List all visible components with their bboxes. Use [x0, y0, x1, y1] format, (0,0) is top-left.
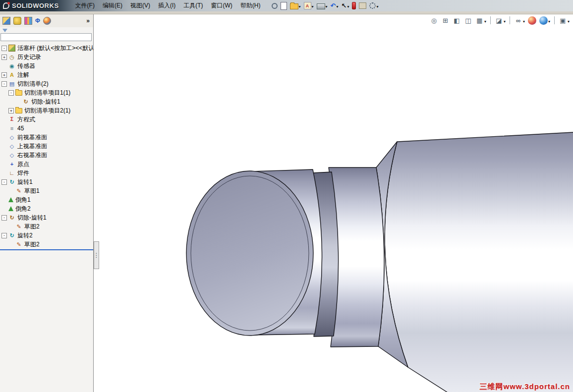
tree-item[interactable]: 草图2: [0, 222, 93, 231]
tree-item[interactable]: -旋转2: [0, 231, 93, 240]
select-button[interactable]: [341, 1, 350, 10]
expander-toggle[interactable]: +: [8, 108, 14, 113]
tab-dimxpert[interactable]: [35, 17, 40, 24]
chamfer-icon: [8, 206, 13, 211]
apply-scene-button[interactable]: [539, 15, 551, 25]
tree-item[interactable]: 方程式: [0, 115, 93, 124]
weldment-icon: [8, 169, 15, 176]
tree-item[interactable]: -活塞杆 (默认<按加工><<默认: [0, 44, 93, 53]
new-document-icon: [281, 2, 287, 10]
expander-toggle[interactable]: -: [1, 81, 7, 87]
tree-item-label: 45: [17, 125, 24, 132]
tab-configurationmanager[interactable]: [24, 17, 32, 25]
open-button[interactable]: [289, 1, 301, 10]
menu-item[interactable]: 编辑(E): [99, 0, 126, 11]
expander-toggle[interactable]: -: [1, 233, 7, 238]
zoom-fit-button[interactable]: [429, 16, 439, 25]
tree-item[interactable]: 切除-旋转1: [0, 97, 93, 106]
view-settings-button[interactable]: [558, 15, 570, 25]
hide-show-items-button[interactable]: [514, 15, 525, 25]
menu-item[interactable]: 视图(V): [127, 0, 154, 11]
feature-tree: -活塞杆 (默认<按加工><<默认+历史记录传感器+注解-切割清单(2)-切割清…: [0, 44, 93, 249]
print-button[interactable]: [316, 1, 328, 10]
plane-icon: [8, 143, 15, 150]
propertymanager-tab-icon: [13, 17, 21, 25]
tree-item[interactable]: -切割清单项目1(1): [0, 88, 93, 97]
edit-appearance-button[interactable]: [527, 16, 537, 25]
folder-icon: [15, 90, 22, 96]
tab-propertymanager[interactable]: [13, 17, 21, 25]
view-orientation-button[interactable]: [463, 16, 473, 25]
options-gear-button[interactable]: [369, 2, 379, 10]
tree-item[interactable]: 倒角1: [0, 195, 93, 204]
tree-item[interactable]: 原点: [0, 160, 93, 168]
tab-displaymanager[interactable]: [43, 17, 51, 25]
tree-item[interactable]: 上视基准面: [0, 142, 93, 151]
menu-item[interactable]: 工具(T): [180, 0, 206, 11]
expander-toggle[interactable]: +: [1, 72, 7, 78]
chevron-down-icon: [312, 2, 314, 9]
pin-icon: [272, 3, 278, 9]
tree-item[interactable]: 右视基准面: [0, 151, 93, 160]
chevron-down-icon: [299, 2, 301, 9]
annotations-icon: [8, 71, 15, 78]
tree-item[interactable]: 草图1: [0, 186, 93, 195]
standard-views-button[interactable]: [475, 15, 487, 25]
menu-item[interactable]: 帮助(H): [237, 0, 264, 11]
undo-button[interactable]: [330, 1, 339, 10]
tree-item[interactable]: 草图2: [0, 240, 93, 249]
chevron-down-icon: [326, 2, 328, 9]
tab-featuremanager[interactable]: [2, 17, 10, 25]
tree-item[interactable]: 45: [0, 124, 93, 133]
tree-item[interactable]: 前视基准面: [0, 133, 93, 142]
zoom-fit-icon: [430, 16, 438, 25]
tree-item[interactable]: -切除-旋转1: [0, 213, 93, 222]
zoom-area-button[interactable]: [441, 16, 450, 25]
expander-toggle[interactable]: -: [1, 215, 7, 221]
tree-item-label: 右视基准面: [17, 151, 47, 160]
tree-item[interactable]: -旋转1: [0, 177, 93, 186]
tree-item[interactable]: 倒角2: [0, 204, 93, 213]
new-document-button[interactable]: [280, 1, 287, 10]
panel-splitter[interactable]: [94, 241, 99, 269]
tree-item[interactable]: +切割清单项目2(1): [0, 106, 93, 115]
tree-item-label: 方程式: [17, 115, 35, 124]
sketch-icon: [15, 187, 22, 194]
expander-toggle[interactable]: -: [8, 90, 14, 96]
graphics-viewport[interactable]: 三维网www.3dportal.cn: [94, 14, 573, 392]
expander-toggle[interactable]: +: [1, 55, 7, 60]
tree-item[interactable]: +历史记录: [0, 53, 93, 61]
expander-toggle[interactable]: -: [1, 179, 7, 185]
display-style-icon: [495, 16, 503, 25]
tree-item[interactable]: 传感器: [0, 61, 93, 70]
pin-button[interactable]: [271, 2, 278, 9]
displaymanager-tab-icon: [43, 17, 51, 25]
toolbox-button[interactable]: [358, 2, 367, 9]
history-icon: [8, 54, 15, 60]
tree-item-label: 切除-旋转1: [31, 98, 60, 106]
piston-rod-model[interactable]: [94, 14, 573, 392]
menu-item[interactable]: 插入(I): [155, 0, 179, 11]
menu-item[interactable]: 窗口(W): [208, 0, 236, 11]
folder-icon: [15, 108, 22, 113]
panel-tabs-overflow[interactable]: »: [86, 17, 91, 24]
menu-item[interactable]: 文件(F): [72, 0, 98, 11]
rollback-bar[interactable]: [0, 249, 93, 250]
record-macro-button[interactable]: [351, 1, 356, 10]
expander-toggle[interactable]: -: [1, 46, 7, 51]
chamfer-icon: [8, 197, 13, 202]
dimxpert-tab-icon: [35, 17, 40, 24]
tree-filter-input[interactable]: [0, 33, 92, 41]
tree-item[interactable]: -切割清单(2): [0, 79, 93, 88]
tree-item-label: 前视基准面: [17, 133, 47, 142]
tree-item-label: 焊件: [17, 169, 29, 177]
plane-icon: [8, 152, 15, 159]
section-view-button[interactable]: [452, 16, 461, 25]
chevron-down-icon: [347, 2, 349, 9]
display-style-button[interactable]: [494, 15, 506, 25]
toolbar-separator: [490, 16, 491, 24]
tree-item[interactable]: 焊件: [0, 168, 93, 177]
make-drawing-button[interactable]: [303, 1, 314, 10]
tree-item-label: 传感器: [17, 62, 35, 70]
tree-item[interactable]: +注解: [0, 70, 93, 79]
